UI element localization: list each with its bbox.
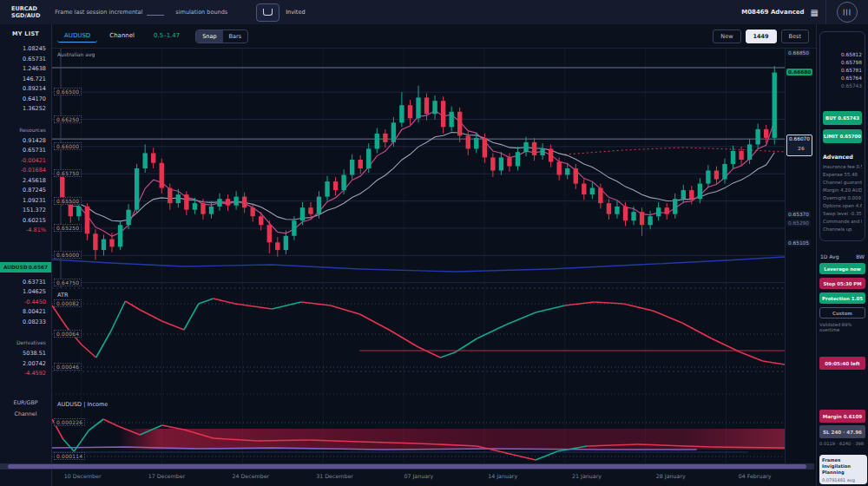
segmented-option-1[interactable]: Snap — [196, 30, 222, 43]
advanced-row: Channel guarantee — [823, 179, 862, 187]
watchlist-price-row[interactable]: 146.721 — [0, 75, 51, 85]
grid-icon[interactable]: ▦ — [811, 8, 819, 17]
advanced-row: Margin 4.20 AUD — [823, 187, 862, 194]
watchlist-price-row[interactable]: -0.00421 — [0, 156, 51, 167]
watchlist-price-row[interactable]: 1.08245 — [0, 44, 51, 55]
time-axis-label[interactable]: 14 January — [488, 473, 517, 479]
watchlist-price-row[interactable]: 0.65731 — [0, 146, 51, 156]
watchlist-subheader-resources: Resources — [0, 127, 51, 133]
watchlist-title: MY LIST — [0, 30, 51, 37]
action-button-crimson[interactable]: Stop 05:30 PM — [819, 278, 865, 289]
advanced-row: Swap level -0.35 — [823, 210, 862, 218]
footer-channel[interactable]: Channel — [0, 408, 51, 419]
action-button-green[interactable]: Leverage now — [819, 263, 865, 274]
watchlist-price-row[interactable]: 8.00421 — [0, 307, 51, 318]
watchlist-group-4: 5038.512.00742-4.4592 — [0, 349, 51, 379]
advanced-row: Expense 55.48 — [823, 171, 862, 179]
advanced-row: Insurance fee 0.5% — [823, 163, 862, 171]
action-button-green[interactable]: Protection 1.05 — [819, 292, 865, 304]
time-axis-label[interactable]: 04 February — [739, 473, 772, 479]
toolbar-button-1449[interactable]: 1449 — [746, 30, 777, 43]
depth-prices: 0.658120.657980.657810.657640.65743 — [823, 51, 862, 90]
watchlist-price-row[interactable]: 1.09231 — [0, 196, 51, 207]
chart-scrollbar — [0, 463, 814, 470]
limit-button[interactable]: LIMIT 0.65700 — [823, 129, 862, 143]
time-axis-label[interactable]: 10 December — [64, 473, 102, 479]
watchlist-price-row[interactable]: -4.4592 — [0, 369, 51, 379]
price-tag-boxed: 0.6607026 — [786, 135, 812, 156]
bw-label[interactable]: BW — [856, 253, 865, 259]
action-buttons: Leverage nowStop 05:30 PMProtection 1.05… — [819, 263, 865, 319]
time-axis-label[interactable]: 31 December — [316, 473, 353, 479]
watchlist-price-row[interactable]: 0.89214 — [0, 84, 51, 95]
watchlist-subheader-derivatives: Derivatives — [0, 339, 51, 345]
depth-price[interactable]: 0.65743 — [823, 82, 862, 90]
watchlist-price-row[interactable]: 2.00742 — [0, 359, 51, 370]
price-axis-right: 0.668500.666800.66070260.653700.652900.6… — [785, 49, 817, 463]
tab-3[interactable]: 0.5–1.47 — [147, 30, 187, 43]
time-axis-label[interactable]: 07 January — [404, 473, 433, 479]
watchlist-price-row[interactable]: 0.64170 — [0, 95, 51, 105]
time-axis-label[interactable]: 21 January — [572, 473, 602, 479]
advanced-row: Channels up — [823, 226, 862, 233]
segmented-option-2[interactable]: Bars — [223, 30, 248, 43]
ticker-line2: SGD/AUD — [11, 12, 40, 19]
watchlist-price-row[interactable]: 1.24638 — [0, 64, 51, 75]
invited-label: Invited — [286, 9, 305, 16]
depth-price[interactable]: 0.65781 — [823, 67, 862, 75]
atr-panel-label: ATR — [57, 292, 68, 299]
depth-price[interactable]: 0.65764 — [823, 75, 862, 82]
watchlist-price-row[interactable]: 0.63731 — [0, 278, 51, 288]
account-label[interactable]: M08469 Advanced — [741, 9, 804, 16]
watchlist-price-row[interactable]: 1.36252 — [0, 104, 51, 115]
card-line-2: Planning — [822, 470, 865, 476]
scrollbar-thumb[interactable] — [8, 464, 806, 469]
watchlist-price-row[interactable]: 0.08233 — [0, 318, 51, 328]
watchlist-price-row[interactable]: 5038.51 — [0, 349, 51, 359]
notification-card[interactable]: Frames Invigilation Planning 0.0791481 a… — [819, 455, 867, 484]
watchlist-price-row[interactable]: 151.372 — [0, 206, 51, 216]
header-right: M08469 Advanced ▦ ||| — [741, 0, 868, 24]
watchlist-price-row[interactable]: -4.81% — [0, 226, 51, 236]
time-axis-label[interactable]: 28 January — [656, 473, 686, 479]
watchlist-price-row[interactable]: 0.65731 — [0, 55, 51, 65]
footer-pair[interactable]: EUR/GBP — [0, 397, 51, 408]
watchlist-price-row[interactable]: 0.87245 — [0, 186, 51, 196]
muted-badge: SL 240 · 47.96 — [819, 425, 865, 438]
header-ticker[interactable]: EURCAD SGD/AUD — [11, 5, 40, 19]
toolbar-button-new[interactable]: New — [713, 30, 740, 43]
price-chart-svg[interactable] — [52, 49, 785, 463]
watchlist-footer: EUR/GBP Channel — [0, 397, 51, 419]
avg-label[interactable]: 1D Avg — [820, 253, 838, 259]
watchlist-group-1: 1.082450.657311.24638146.7210.892140.641… — [0, 44, 51, 115]
time-axis-label[interactable]: 24 December — [232, 473, 269, 479]
tray-icon-button[interactable] — [256, 3, 279, 22]
watchlist-price-row[interactable]: 0.91428 — [0, 136, 51, 147]
depth-price[interactable]: 0.65812 — [823, 51, 862, 59]
watchlist-price-row[interactable]: 0.60215 — [0, 216, 51, 227]
income-panel-label: AUDUSD | Income — [57, 401, 108, 408]
tab-1[interactable]: AUDUSD — [57, 30, 97, 43]
watchlist-selected-row[interactable]: AUDUSD 0.6567 — [0, 262, 51, 273]
timer-badge: 09:05:40 left — [819, 357, 865, 370]
tab-2[interactable]: Channel — [102, 30, 141, 43]
toolbar-button-best[interactable]: Best — [781, 30, 809, 43]
toolbar-right-buttons: New1449Best — [708, 30, 809, 43]
tag-badge: 26 — [791, 141, 812, 154]
watchlist-price-row[interactable]: -0.01684 — [0, 166, 51, 176]
order-panel: 0.658120.657980.657810.657640.65743 BUY … — [816, 24, 868, 486]
card-line-3: 0.0791481 avg — [822, 477, 865, 483]
watchlist-price-row[interactable]: -0.4450 — [0, 298, 51, 308]
alert-badge: Margin 0.6109 — [819, 410, 865, 423]
watchlist-price-row[interactable]: 1.04625 — [0, 287, 51, 298]
buy-button[interactable]: BUY 0.65743 — [823, 111, 862, 125]
time-axis-label[interactable]: 17 December — [148, 473, 186, 479]
header-inline-input[interactable] — [147, 9, 164, 16]
price-tag-dim: 0.65290 — [786, 220, 811, 227]
price-tag-plain: 0.65105 — [786, 240, 811, 246]
action-button-ghost[interactable]: Custom — [819, 307, 865, 319]
selected-symbol: AUDUSD — [3, 265, 28, 270]
avatar[interactable]: ||| — [837, 2, 858, 23]
depth-price[interactable]: 0.65798 — [823, 59, 862, 67]
watchlist-price-row[interactable]: 2.45618 — [0, 176, 51, 187]
